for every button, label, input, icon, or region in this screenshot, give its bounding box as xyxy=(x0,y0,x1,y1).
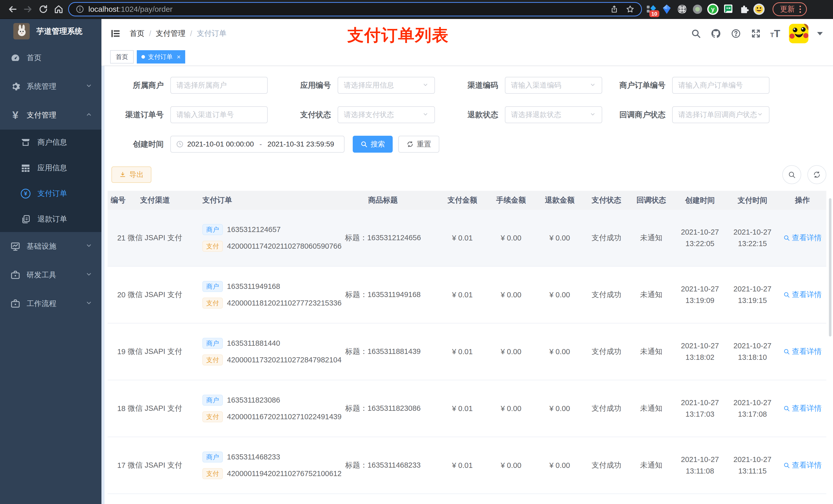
share-icon[interactable] xyxy=(610,5,619,14)
search-button[interactable]: 搜索 xyxy=(353,136,393,153)
sidebar-item-merchant-info[interactable]: 商户信息 xyxy=(0,129,101,155)
view-detail-link[interactable]: 查看详情 xyxy=(783,233,822,243)
cell-pay-time: 2021-10-27 13:17:08 xyxy=(726,380,779,437)
cell-refund: ¥ 0.00 xyxy=(536,437,584,494)
extension-badge: 10 xyxy=(649,10,659,17)
notify-status-select[interactable]: 请选择订单回调商户状态 xyxy=(672,106,769,123)
sidebar-item-label: 退款订单 xyxy=(38,214,67,224)
sidebar-item-label: 工作流程 xyxy=(27,298,56,309)
bookmark-star-icon[interactable] xyxy=(626,5,635,14)
filter-create-time: 创建时间 2021-10-01 00:00:00 - 2021-10-31 23… xyxy=(106,136,344,153)
channel-order-no: 4200001181202110277723215336 xyxy=(227,299,341,307)
magnifier-icon xyxy=(783,405,790,412)
view-detail-link[interactable]: 查看详情 xyxy=(783,290,822,300)
cell-channel: 微信 JSAPI 支付 xyxy=(125,437,185,494)
yen-icon: ¥ xyxy=(10,110,21,121)
page-scrollbar[interactable] xyxy=(829,198,831,337)
sidebar-item-workflow[interactable]: 工作流程 xyxy=(0,289,101,318)
channel-code-select[interactable]: 请输入渠道编码 xyxy=(505,77,602,94)
app-select[interactable]: 请选择应用信息 xyxy=(338,77,435,94)
monitor-chart-icon xyxy=(10,241,21,252)
reset-button[interactable]: 重置 xyxy=(398,136,439,153)
channel-order-no: 4200001167202110271022491439 xyxy=(227,413,341,421)
font-size-icon[interactable]: TT xyxy=(770,28,780,40)
browser-update-button[interactable]: 更新 xyxy=(772,2,807,16)
url-bar[interactable]: localhost:1024/pay/order xyxy=(68,2,642,16)
view-detail-link[interactable]: 查看详情 xyxy=(783,403,822,414)
refresh-button[interactable] xyxy=(807,165,826,184)
merchant-order-no: 1635311881440 xyxy=(227,339,280,347)
close-icon[interactable]: × xyxy=(177,53,181,61)
col-header-amount: 支付金额 xyxy=(438,191,487,210)
merchant-tag: 商户 xyxy=(203,452,223,462)
extension-y-icon[interactable]: y xyxy=(707,3,719,15)
extension-sketch-icon[interactable] xyxy=(661,3,673,15)
merchant-order-no-input[interactable]: 请输入商户订单编号 xyxy=(672,77,769,94)
extensions-puzzle-icon[interactable] xyxy=(738,3,749,15)
github-icon[interactable] xyxy=(710,28,721,39)
browser-home-icon[interactable] xyxy=(53,3,65,15)
breadcrumb-payment[interactable]: 支付管理 xyxy=(156,28,186,39)
merchant-tag: 商户 xyxy=(203,281,223,292)
magnifier-icon xyxy=(783,291,790,298)
channel-order-no: 4200001194202110276752100612 xyxy=(227,470,341,478)
date-range-input[interactable]: 2021-10-01 00:00:00 - 2021-10-31 23:59:5… xyxy=(170,136,344,153)
sidebar-item-infrastructure[interactable]: 基础设施 xyxy=(0,232,101,261)
browser-back-icon[interactable] xyxy=(7,3,19,15)
tab-pay-order[interactable]: 支付订单 × xyxy=(137,50,185,64)
refund-status-select[interactable]: 请选择退款状态 xyxy=(505,106,602,123)
filter-label: 渠道订单号 xyxy=(106,110,170,120)
cell-create-time: 2021-10-27 13:19:09 xyxy=(674,267,726,323)
table-row: 21 微信 JSAPI 支付 商户 1635312124657 xyxy=(108,210,826,267)
briefcase-icon xyxy=(10,269,21,281)
search-icon[interactable] xyxy=(690,28,701,39)
filter-app: 应用编号 请选择应用信息 xyxy=(273,77,441,94)
sidebar-item-refund-order[interactable]: 退款订单 xyxy=(0,207,101,232)
extension-command-icon[interactable] xyxy=(676,3,688,15)
hamburger-icon[interactable] xyxy=(110,28,121,39)
sidebar-item-payment[interactable]: ¥ 支付管理 xyxy=(0,101,101,129)
channel-order-no-input[interactable]: 请输入渠道订单号 xyxy=(170,106,268,123)
cell-amount: ¥ 0.01 xyxy=(438,437,487,494)
profile-avatar-icon[interactable] xyxy=(753,3,765,15)
show-search-button[interactable] xyxy=(782,165,801,184)
tab-home[interactable]: 首页 xyxy=(110,50,134,64)
sidebar-item-label: 商户信息 xyxy=(38,137,67,147)
fullscreen-icon[interactable] xyxy=(750,28,762,39)
cell-title: 标题：1635311881439 xyxy=(328,323,438,380)
view-detail-link[interactable]: 查看详情 xyxy=(783,346,822,357)
sidebar-item-home[interactable]: 首页 xyxy=(0,44,101,72)
extension-chat-icon[interactable] xyxy=(722,3,734,15)
cell-fee: ¥ 0.00 xyxy=(487,210,536,266)
cell-title: 标题：1635311468233 xyxy=(328,437,438,494)
browser-forward-icon[interactable] xyxy=(22,3,34,15)
table-toolbar: 导出 xyxy=(101,165,833,184)
view-detail-link[interactable]: 查看详情 xyxy=(783,460,822,471)
browser-reload-icon[interactable] xyxy=(38,3,49,15)
cell-amount: ¥ 0.01 xyxy=(438,210,487,266)
sidebar-item-pay-order[interactable]: ¥ 支付订单 xyxy=(0,181,101,207)
tags-view-bar: 首页 支付订单 × xyxy=(101,48,833,66)
site-info-icon[interactable] xyxy=(76,5,84,14)
breadcrumb-home[interactable]: 首页 xyxy=(129,28,144,39)
pay-status-select[interactable]: 请选择支付状态 xyxy=(338,106,435,123)
cell-pay-status xyxy=(584,494,629,504)
extension-collage-icon[interactable]: 10 xyxy=(645,3,657,15)
sidebar-item-system[interactable]: 系统管理 xyxy=(0,72,101,101)
table-header-row: 编号 支付渠道 支付订单 商品标题 支付金额 手续金额 退款金额 支付状态 回调… xyxy=(108,191,826,210)
cell-actions: 查看详情 xyxy=(779,380,826,437)
browser-menu-icon[interactable] xyxy=(800,6,801,13)
user-avatar[interactable] xyxy=(789,24,808,43)
help-icon[interactable] xyxy=(730,28,742,39)
magnifier-icon xyxy=(783,348,790,355)
sidebar-item-dev-tools[interactable]: 研发工具 xyxy=(0,261,101,289)
export-button[interactable]: 导出 xyxy=(112,166,151,183)
merchant-select[interactable]: 请选择所属商户 xyxy=(170,77,268,94)
pay-tag: 支付 xyxy=(203,411,223,422)
search-icon xyxy=(360,141,367,148)
extension-gray-dot-icon[interactable] xyxy=(692,3,704,15)
avatar-caret-icon[interactable] xyxy=(817,32,823,35)
sidebar-item-app-info[interactable]: 应用信息 xyxy=(0,155,101,181)
cell-fee: ¥ 0.00 xyxy=(487,437,536,494)
cell-notify-status: 未通知 xyxy=(629,267,674,323)
